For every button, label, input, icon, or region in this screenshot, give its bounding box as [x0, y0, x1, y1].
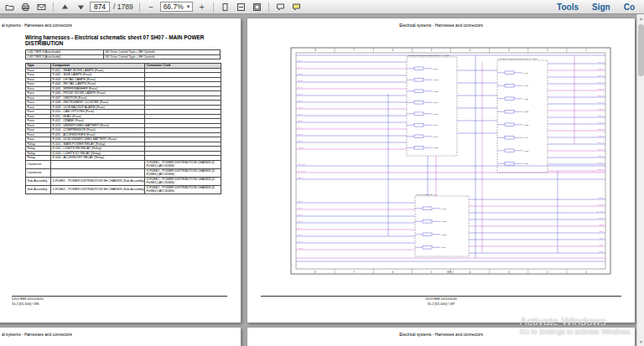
page-title: Wiring harnesses - Electrical schematic …	[25, 34, 211, 46]
svg-text:S15-2: S15-2	[599, 224, 604, 225]
svg-text:F013_O: F013_O	[597, 142, 604, 144]
svg-text:K003_O: K003_O	[597, 204, 604, 206]
highlight-bubble-button[interactable]	[289, 1, 304, 13]
svg-text:8: 8	[314, 49, 316, 52]
toolbar-separator	[268, 3, 269, 12]
svg-text:K001_O: K001_O	[597, 168, 604, 171]
svg-text:4: 4	[470, 271, 471, 274]
svg-text:F006_O: F006_O	[597, 95, 604, 97]
fit-width-view-icon	[236, 3, 246, 12]
print-button[interactable]	[18, 1, 33, 13]
svg-text:S17-3: S17-3	[599, 250, 604, 252]
previous-page-button[interactable]	[58, 1, 72, 13]
svg-text:K-004: K-004	[441, 246, 447, 248]
svg-text:K-003: K-003	[441, 234, 447, 235]
svg-text:S09-2: S09-2	[298, 133, 303, 135]
component-table-body: FuseF-001 - REAR WORK LAMPS (Fuse)FuseF-…	[26, 68, 221, 194]
scrollbar-thumb[interactable]	[638, 24, 644, 76]
page-right: Electrical systems - Harnesses and conne…	[247, 18, 635, 323]
footer-rule	[12, 296, 227, 297]
open-file-button[interactable]	[3, 1, 17, 13]
svg-text:7: 7	[353, 271, 355, 274]
svg-text:S16-1: S16-1	[599, 237, 604, 239]
svg-text:5: 5	[431, 49, 433, 52]
svg-text:ACC_1: ACC_1	[298, 106, 304, 109]
tools-panel-button[interactable]: Tools	[550, 0, 585, 14]
page-number-input[interactable]	[90, 2, 110, 12]
zoom-in-icon: +	[200, 3, 205, 12]
schematic-drawing: 8765432187654321SH7_1S01-4B+_1S02-8S03-2…	[289, 44, 612, 277]
svg-text:F-002: F-002	[433, 79, 439, 80]
svg-text:F011_O: F011_O	[598, 128, 605, 131]
spec-table: LGD TIER 3 [AutoGuide]GD Drive Control T…	[25, 49, 221, 59]
table-row: ConnectorX-FUSE1 - POWER DISTRIBUTION CH…	[26, 160, 221, 168]
svg-text:F-001: F-001	[433, 68, 439, 70]
spec-row: LGD TIER 3 [AutoGuide]GD Drive Control T…	[26, 54, 221, 59]
svg-text:Z-FUSE1 POWER DISTRIBUTION SH: Z-FUSE1 POWER DISTRIBUTION SH CHASSIS	[408, 54, 450, 56]
zoom-out-button[interactable]: −	[144, 1, 158, 13]
svg-text:S10-7: S10-7	[298, 140, 303, 142]
footer-pagenumber: 55.2 [55.100] / 196	[12, 302, 39, 307]
table-row: ConnectorX-FUSE2 - POWER DISTRIBUTION CH…	[26, 168, 221, 177]
svg-text:F012_O: F012_O	[597, 135, 604, 137]
zoom-level-select[interactable]: 66.7% ▾	[160, 2, 194, 12]
svg-text:F-010: F-010	[523, 85, 529, 86]
scroll-up-icon[interactable]: ▲	[637, 14, 644, 23]
svg-text:S13-2: S13-2	[298, 214, 303, 215]
svg-text:F-015: F-015	[523, 150, 529, 152]
svg-text:F-011: F-011	[523, 98, 529, 100]
svg-text:ACC_O: ACC_O	[598, 217, 605, 219]
highlight-bubble-icon	[292, 3, 301, 12]
svg-text:S04-6: S04-6	[298, 93, 303, 95]
svg-text:1: 1	[585, 49, 587, 52]
svg-text:B+_1: B+_1	[298, 66, 303, 69]
email-button[interactable]	[34, 1, 49, 13]
svg-text:K-001: K-001	[441, 208, 447, 209]
svg-text:F003_O: F003_O	[597, 75, 604, 77]
fit-width-view-button[interactable]	[234, 1, 248, 13]
toolbar-separator	[213, 3, 214, 12]
svg-text:F-006: F-006	[433, 124, 439, 126]
svg-text:S16-4: S16-4	[599, 244, 604, 245]
svg-text:ACC_3: ACC_3	[298, 247, 304, 250]
next-page-button[interactable]	[74, 1, 88, 13]
svg-text:F-016: F-016	[523, 163, 529, 164]
toolbar-separator	[53, 3, 54, 12]
svg-text:2: 2	[547, 271, 548, 274]
svg-text:F002_O: F002_O	[597, 68, 604, 70]
sign-panel-button[interactable]: Sign	[585, 0, 617, 14]
svg-text:F-004: F-004	[433, 101, 439, 103]
svg-text:F-014: F-014	[523, 137, 529, 138]
page-running-header: al systems - Harnesses and connectors	[2, 23, 72, 28]
svg-text:8: 8	[314, 271, 316, 274]
scroll-down-icon[interactable]: ▼	[637, 338, 644, 346]
svg-text:KEY_SW: KEY_SW	[298, 163, 305, 166]
svg-text:K002_O: K002_O	[597, 197, 604, 199]
two-page-view-button[interactable]	[250, 1, 264, 13]
svg-text:F-005: F-005	[433, 113, 439, 115]
table-row: Sub-AssemblyZ-FUSE2 - POWER DISTRIBUTION…	[26, 185, 221, 194]
comment-panel-button[interactable]: Co	[617, 0, 641, 14]
single-page-view-button[interactable]	[218, 1, 232, 13]
previous-page-icon	[60, 3, 70, 12]
vertical-scrollbar[interactable]: ▲ ▼	[636, 14, 644, 346]
svg-text:S08-5: S08-5	[298, 120, 303, 121]
zoom-value-label: 66.7%	[164, 3, 184, 11]
svg-text:F015_O: F015_O	[597, 155, 604, 158]
svg-text:MAIN POWER RELAYS: MAIN POWER RELAYS	[416, 194, 437, 195]
svg-text:Z-FUSE2 POWER DISTRIBUTION CHA: Z-FUSE2 POWER DISTRIBUTION CHASSIS	[498, 58, 538, 59]
zoom-in-button[interactable]: +	[195, 1, 209, 13]
svg-text:S02-8: S02-8	[298, 73, 303, 75]
svg-text:1: 1	[585, 271, 587, 274]
two-page-view-icon	[252, 3, 262, 12]
svg-text:S13-6: S13-6	[298, 220, 303, 222]
comment-bubble-button[interactable]	[273, 1, 288, 13]
svg-text:F-009: F-009	[523, 72, 529, 74]
svg-text:F016_O: F016_O	[597, 162, 604, 164]
document-viewer: al systems - Harnesses and connectors Wi…	[0, 14, 644, 346]
svg-text:F-013: F-013	[523, 124, 529, 126]
svg-text:S05-1: S05-1	[298, 100, 303, 101]
footer-rule	[261, 296, 621, 297]
footer-docnumber: 51517889 10/11/2020	[247, 297, 635, 302]
pdf-toolbar: / 1789 − 66.7% ▾ + Tools Sign Co	[0, 0, 644, 14]
